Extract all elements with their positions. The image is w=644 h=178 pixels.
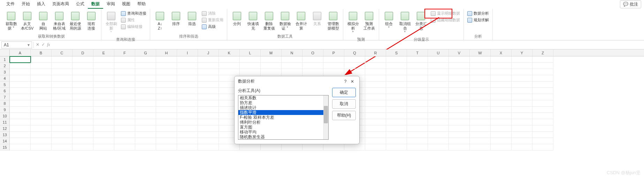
cell-C2[interactable] (52, 63, 72, 69)
cell-L15[interactable] (240, 144, 261, 150)
menu-数据[interactable]: 数据 (88, 0, 103, 9)
cell-B11[interactable] (31, 119, 52, 125)
cell-J9[interactable] (198, 107, 219, 113)
cell-H5[interactable] (156, 82, 177, 88)
menu-审阅[interactable]: 审阅 (103, 0, 118, 9)
fx-icon[interactable]: fx (47, 42, 50, 47)
list-item[interactable]: 指数平滑 (238, 110, 328, 115)
cell-B1[interactable] (31, 56, 52, 63)
cell-G1[interactable] (135, 56, 156, 63)
select-all-corner[interactable] (0, 49, 10, 56)
cell-G4[interactable] (135, 75, 156, 82)
cell-N1[interactable] (282, 56, 302, 63)
name-box[interactable]: A1 ▾ (1, 41, 32, 48)
cell-T9[interactable] (407, 107, 428, 113)
cell-Z14[interactable] (532, 138, 553, 144)
cell-X9[interactable] (491, 107, 512, 113)
cell-F11[interactable] (114, 119, 135, 125)
sort-button[interactable]: 排序 (168, 10, 184, 27)
cell-F8[interactable] (114, 100, 135, 107)
cell-Q15[interactable] (344, 144, 365, 150)
row-header-6[interactable]: 6 (0, 88, 10, 94)
cell-E15[interactable] (93, 144, 114, 150)
list-item[interactable]: 排位与百分比排位 (238, 139, 328, 140)
data-val-button[interactable]: 数据验证 ˅ (277, 10, 293, 31)
cell-E10[interactable] (93, 113, 114, 119)
cell-S4[interactable] (386, 75, 407, 82)
cell-G7[interactable] (135, 94, 156, 100)
col-header-X[interactable]: X (491, 49, 512, 56)
col-header-S[interactable]: S (386, 49, 407, 56)
cell-Y4[interactable] (512, 75, 532, 82)
cell-O3[interactable] (302, 69, 323, 75)
group-button[interactable]: 组合˅ (381, 10, 397, 31)
cell-U5[interactable] (428, 82, 449, 88)
cell-B8[interactable] (31, 100, 52, 107)
cell-R9[interactable] (365, 107, 386, 113)
cell-C12[interactable] (52, 125, 72, 132)
row-header-10[interactable]: 10 (0, 113, 10, 119)
cell-O15[interactable] (302, 144, 323, 150)
cell-U6[interactable] (428, 88, 449, 94)
cell-J11[interactable] (198, 119, 219, 125)
cell-B14[interactable] (31, 138, 52, 144)
cell-R10[interactable] (365, 113, 386, 119)
cell-Z7[interactable] (532, 94, 553, 100)
cell-A14[interactable] (10, 138, 31, 144)
cell-H13[interactable] (156, 132, 177, 138)
cell-H14[interactable] (156, 138, 177, 144)
get-data-button[interactable]: 获取数据 ˅ (3, 10, 19, 31)
cell-C6[interactable] (52, 88, 72, 94)
row-header-12[interactable]: 12 (0, 125, 10, 132)
cell-S8[interactable] (386, 100, 407, 107)
cell-T4[interactable] (407, 75, 428, 82)
cell-U3[interactable] (428, 69, 449, 75)
cell-X15[interactable] (491, 144, 512, 150)
cell-W11[interactable] (470, 119, 491, 125)
col-header-W[interactable]: W (470, 49, 491, 56)
cell-X5[interactable] (491, 82, 512, 88)
cell-M2[interactable] (261, 63, 282, 69)
cell-A7[interactable] (10, 94, 31, 100)
cell-Y9[interactable] (512, 107, 532, 113)
cell-K1[interactable] (219, 56, 240, 63)
cell-C7[interactable] (52, 94, 72, 100)
cell-C1[interactable] (52, 56, 72, 63)
ok-button[interactable]: 确定 (332, 88, 356, 97)
list-item[interactable]: 直方图 (238, 125, 328, 130)
cell-D3[interactable] (72, 69, 93, 75)
cell-F10[interactable] (114, 113, 135, 119)
row-header-1[interactable]: 1 (0, 56, 10, 63)
cell-J3[interactable] (198, 69, 219, 75)
cell-H9[interactable] (156, 107, 177, 113)
cell-W13[interactable] (470, 132, 491, 138)
cell-P1[interactable] (323, 56, 344, 63)
col-header-B[interactable]: B (31, 49, 52, 56)
cell-O2[interactable] (302, 63, 323, 69)
cell-L1[interactable] (240, 56, 261, 63)
cell-E11[interactable] (93, 119, 114, 125)
cell-Z6[interactable] (532, 88, 553, 94)
cell-H11[interactable] (156, 119, 177, 125)
list-item[interactable]: F-检验 双样本方差 (238, 115, 328, 120)
menu-文件[interactable]: 文件 (3, 0, 18, 9)
col-header-P[interactable]: P (323, 49, 344, 56)
cell-Y12[interactable] (512, 125, 532, 132)
cell-K2[interactable] (219, 63, 240, 69)
cell-Z8[interactable] (532, 100, 553, 107)
cell-R11[interactable] (365, 119, 386, 125)
cell-X11[interactable] (491, 119, 512, 125)
cell-C11[interactable] (52, 119, 72, 125)
cell-Y14[interactable] (512, 138, 532, 144)
cell-W12[interactable] (470, 125, 491, 132)
cell-D4[interactable] (72, 75, 93, 82)
cell-Y8[interactable] (512, 100, 532, 107)
cell-Y7[interactable] (512, 94, 532, 100)
cell-X4[interactable] (491, 75, 512, 82)
cell-J12[interactable] (198, 125, 219, 132)
cell-D13[interactable] (72, 132, 93, 138)
cell-W3[interactable] (470, 69, 491, 75)
ungroup-button[interactable]: 取消组合˅ (397, 10, 413, 36)
cell-R7[interactable] (365, 94, 386, 100)
cell-Z13[interactable] (532, 132, 553, 138)
